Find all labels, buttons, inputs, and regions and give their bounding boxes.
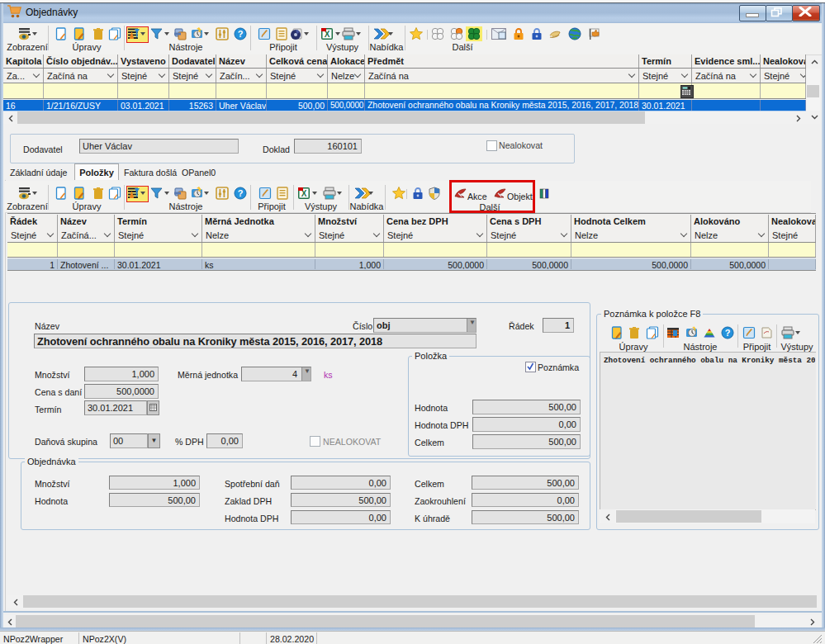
svg-text:?: ? — [238, 29, 244, 39]
